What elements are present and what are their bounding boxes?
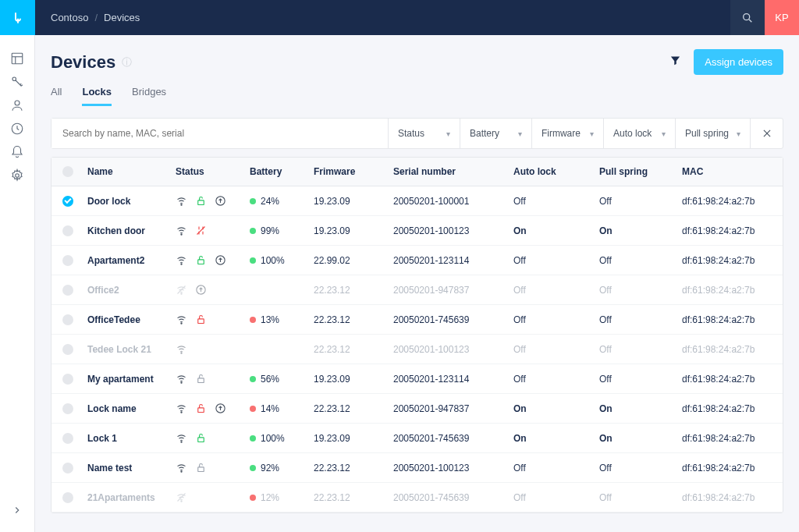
chevron-down-icon: ▾ bbox=[737, 129, 740, 138]
activity-icon[interactable] bbox=[8, 119, 27, 138]
col-name[interactable]: Name bbox=[87, 166, 176, 177]
chevron-down-icon: ▾ bbox=[446, 129, 450, 138]
table-row[interactable]: My apartament56%19.23.0920050201-123114O… bbox=[51, 364, 783, 394]
wifi-icon bbox=[176, 491, 187, 503]
status-icons bbox=[176, 254, 250, 266]
logo[interactable] bbox=[0, 0, 35, 35]
notifications-icon[interactable] bbox=[8, 143, 27, 161]
tab-bridges[interactable]: Bridges bbox=[132, 86, 166, 106]
filter-battery[interactable]: Battery▾ bbox=[460, 119, 531, 148]
tab-all[interactable]: All bbox=[51, 86, 62, 106]
row-checkbox[interactable] bbox=[62, 463, 73, 473]
row-checkbox[interactable] bbox=[62, 255, 73, 266]
table-row[interactable]: Apartament2100%22.99.0220050201-123114Of… bbox=[51, 246, 783, 275]
col-pullspring[interactable]: Pull spring bbox=[599, 166, 682, 177]
row-checkbox[interactable] bbox=[62, 196, 73, 207]
table-row[interactable]: OfficeTedee13%22.23.1220050201-745639Off… bbox=[51, 305, 783, 335]
filter-icon[interactable] bbox=[669, 55, 681, 69]
info-icon[interactable]: ⓘ bbox=[122, 55, 132, 69]
pullspring-cell: On bbox=[599, 225, 682, 236]
row-checkbox[interactable] bbox=[62, 225, 73, 236]
wifi-icon bbox=[176, 373, 187, 385]
settings-icon[interactable] bbox=[8, 166, 27, 185]
mac-cell: df:61:98:24:a2:7b bbox=[682, 433, 772, 444]
access-icon[interactable] bbox=[8, 73, 27, 91]
mac-cell: df:61:98:24:a2:7b bbox=[682, 374, 772, 385]
svg-point-24 bbox=[181, 353, 182, 353]
col-battery[interactable]: Battery bbox=[250, 166, 314, 177]
col-autolock[interactable]: Auto lock bbox=[513, 166, 599, 177]
wifi-icon bbox=[176, 314, 187, 325]
row-checkbox[interactable] bbox=[62, 314, 73, 325]
device-name: Tedee Lock 21 bbox=[87, 344, 176, 355]
breadcrumb-org[interactable]: Contoso bbox=[51, 12, 88, 23]
battery-cell: 100% bbox=[250, 433, 314, 444]
filter-pull-spring[interactable]: Pull spring▾ bbox=[675, 119, 750, 148]
filter-auto-lock[interactable]: Auto lock▾ bbox=[603, 119, 675, 148]
status-icons bbox=[176, 195, 250, 207]
firmware-cell: 22.23.12 bbox=[314, 463, 393, 473]
avatar[interactable]: KP bbox=[765, 0, 799, 35]
page-title: Devices bbox=[51, 52, 115, 73]
dashboard-icon[interactable] bbox=[8, 49, 27, 68]
status-icons bbox=[176, 284, 250, 296]
svg-rect-12 bbox=[198, 200, 204, 205]
svg-point-32 bbox=[181, 471, 182, 472]
col-status[interactable]: Status bbox=[176, 166, 250, 177]
select-all-checkbox[interactable] bbox=[62, 166, 73, 177]
search-icon[interactable] bbox=[730, 0, 765, 35]
lock-icon bbox=[195, 373, 207, 385]
serial-cell: 20050201-123114 bbox=[393, 374, 513, 385]
mac-cell: df:61:98:24:a2:7b bbox=[682, 196, 772, 207]
battery-dot-icon bbox=[250, 495, 256, 501]
row-checkbox[interactable] bbox=[62, 374, 73, 385]
assign-devices-button[interactable]: Assign devices bbox=[694, 49, 783, 75]
mac-cell: df:61:98:24:a2:7b bbox=[682, 463, 772, 473]
table-row[interactable]: Kitchen door99%19.23.0920050201-100123On… bbox=[51, 216, 783, 246]
table-row[interactable]: Tedee Lock 2122.23.1220050201-100123OffO… bbox=[51, 335, 783, 364]
breadcrumb-section[interactable]: Devices bbox=[104, 12, 140, 23]
table-row[interactable]: Lock 1100%19.23.0920050201-745639OnOndf:… bbox=[51, 424, 783, 453]
clear-filters-icon[interactable] bbox=[750, 119, 783, 148]
status-icons bbox=[176, 462, 250, 473]
svg-rect-0 bbox=[12, 53, 23, 64]
filter-status[interactable]: Status▾ bbox=[388, 119, 460, 148]
row-checkbox[interactable] bbox=[62, 285, 73, 296]
row-checkbox[interactable] bbox=[62, 344, 73, 355]
device-name: 21Apartaments bbox=[87, 492, 176, 503]
users-icon[interactable] bbox=[8, 96, 27, 115]
battery-dot-icon bbox=[250, 317, 256, 323]
chevron-down-icon: ▾ bbox=[590, 129, 594, 138]
lock-icon bbox=[195, 314, 207, 325]
svg-rect-23 bbox=[198, 319, 204, 324]
device-name: Lock name bbox=[87, 403, 176, 414]
col-mac[interactable]: MAC bbox=[682, 166, 772, 177]
mac-cell: df:61:98:24:a2:7b bbox=[682, 314, 772, 325]
pullspring-cell: Off bbox=[599, 196, 682, 207]
battery-dot-icon bbox=[250, 198, 256, 204]
col-firmware[interactable]: Frimware bbox=[314, 166, 393, 177]
status-icons bbox=[176, 225, 250, 236]
update-icon bbox=[215, 254, 226, 266]
table-row[interactable]: Name test92%22.23.1220050201-100123OffOf… bbox=[51, 453, 783, 483]
table-row[interactable]: Door lock24%19.23.0920050201-100001OffOf… bbox=[51, 186, 783, 216]
table-row[interactable]: Lock name14%22.23.1220050201-947837OnOnd… bbox=[51, 394, 783, 424]
col-serial[interactable]: Serial number bbox=[393, 166, 513, 177]
firmware-cell: 22.23.12 bbox=[314, 285, 393, 296]
svg-point-22 bbox=[181, 323, 182, 324]
mac-cell: df:61:98:24:a2:7b bbox=[682, 255, 772, 266]
search-input[interactable] bbox=[51, 119, 388, 148]
table-row[interactable]: Office222.23.1220050201-947837OffOffdf:6… bbox=[51, 275, 783, 305]
wifi-icon bbox=[176, 432, 187, 444]
filter-firmware[interactable]: Firmware▾ bbox=[531, 119, 603, 148]
svg-rect-33 bbox=[198, 467, 204, 472]
row-checkbox[interactable] bbox=[62, 492, 73, 503]
expand-icon[interactable] bbox=[8, 501, 27, 520]
serial-cell: 20050201-100123 bbox=[393, 463, 513, 473]
row-checkbox[interactable] bbox=[62, 403, 73, 414]
wifi-icon bbox=[176, 284, 187, 296]
table-row[interactable]: 21Apartaments12%22.23.1220050201-745639O… bbox=[51, 483, 783, 512]
row-checkbox[interactable] bbox=[62, 433, 73, 444]
tab-locks[interactable]: Locks bbox=[82, 86, 112, 106]
wifi-icon bbox=[176, 254, 187, 266]
